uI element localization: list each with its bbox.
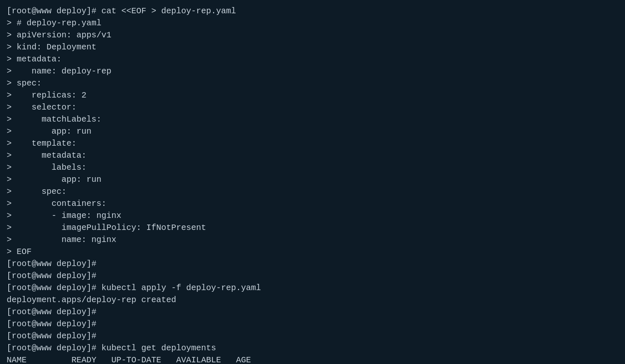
terminal-output: [root@www deploy]# cat <<EOF > deploy-re… xyxy=(7,5,618,364)
terminal-window[interactable]: [root@www deploy]# cat <<EOF > deploy-re… xyxy=(0,0,625,364)
